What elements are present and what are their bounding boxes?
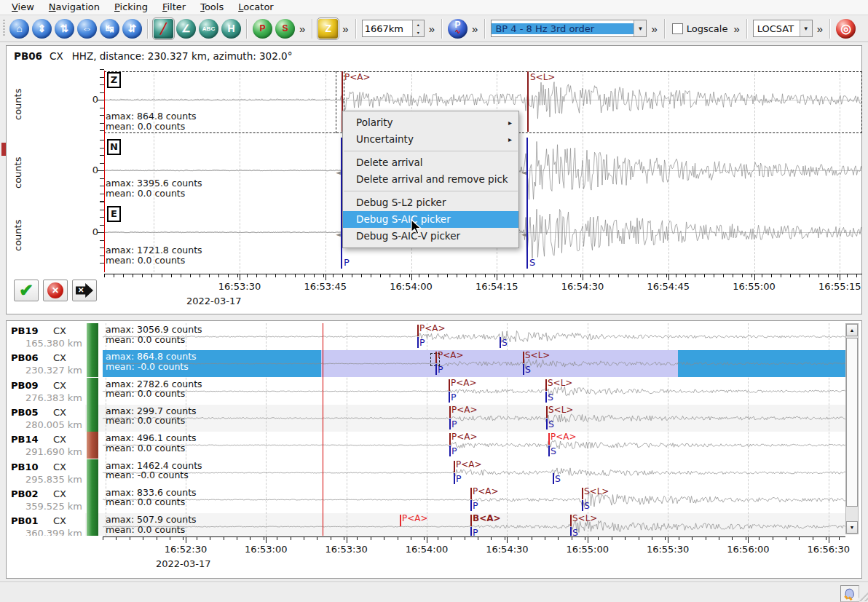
pick-line[interactable] <box>546 406 548 418</box>
menu-picking[interactable]: Picking <box>107 1 155 14</box>
pick-line[interactable] <box>449 433 451 445</box>
menu-filter[interactable]: Filter <box>155 1 193 14</box>
arrival-line[interactable] <box>523 364 524 375</box>
abc-label-icon[interactable]: ABC <box>199 19 218 39</box>
arrival-line[interactable] <box>553 473 554 484</box>
component-badge-z[interactable]: Z <box>107 72 121 88</box>
time-window-icon[interactable]: H <box>221 19 241 39</box>
ruler-icon[interactable]: ╱ <box>154 19 173 39</box>
menu-item-delete-arrival-remove-pick[interactable]: Delete arrival and remove pick <box>343 171 518 188</box>
p-wave-picker-icon[interactable]: P ∿ <box>448 19 467 39</box>
pick-line[interactable] <box>545 379 547 391</box>
arrival-line[interactable] <box>582 500 583 511</box>
component-badge-e[interactable]: E <box>107 206 121 222</box>
fit-vertical-icon[interactable]: ⇕ <box>32 19 52 39</box>
station-row-pb09[interactable]: PB09CX 276.383 km amax: 2782.6 countsmea… <box>7 378 845 405</box>
trace-zone[interactable]: amax: 1462.4 countsmean: -0.0 counts P<A… <box>103 459 845 486</box>
trace-zone[interactable]: amax: 3056.9 countsmean: 0.0 counts P<A>… <box>103 323 845 350</box>
component-z-button[interactable]: Z <box>318 19 338 39</box>
trace-zone[interactable]: amax: 864.8 countsmean: -0.0 counts P<A>… <box>103 350 845 377</box>
toolbar-overflow-chevron[interactable]: » <box>650 23 658 34</box>
toolbar-overflow-chevron[interactable]: » <box>470 23 479 34</box>
pick-line[interactable] <box>470 488 472 499</box>
toolbar-overflow-chevron[interactable]: » <box>341 23 350 34</box>
angle-icon[interactable]: ∠ <box>176 19 196 39</box>
trace-zone[interactable]: amax: 507.9 countsmean: 0.0 counts P<A>B… <box>103 513 845 536</box>
pick-line[interactable] <box>470 515 472 526</box>
toolbar-overflow-chevron[interactable]: » <box>427 23 436 34</box>
menu-navigation[interactable]: Navigation <box>42 1 107 14</box>
menu-item-debug-s-aic-picker[interactable]: Debug S-AIC picker <box>343 211 518 228</box>
menu-view[interactable]: View <box>4 1 42 14</box>
pick-line[interactable] <box>523 352 524 363</box>
arrival-line[interactable] <box>454 473 455 484</box>
trace-zone[interactable]: amax: 496.1 countsmean: 0.0 counts P<A>P… <box>103 432 845 459</box>
distance-input[interactable] <box>363 23 412 34</box>
reject-pick-button[interactable]: ✕ <box>43 280 68 301</box>
menu-item-delete-arrival[interactable]: Delete arrival <box>343 154 518 171</box>
pick-s-line[interactable] <box>527 71 529 132</box>
toolbar-overflow-chevron[interactable]: » <box>298 23 307 34</box>
menu-locator[interactable]: Locator <box>231 1 280 14</box>
arrival-line[interactable] <box>449 392 450 403</box>
locator-dropdown-arrow-icon[interactable]: ▼ <box>800 20 812 36</box>
pick-line[interactable] <box>449 379 450 391</box>
menu-item-debug-s-l2-picker[interactable]: Debug S-L2 picker <box>343 194 518 211</box>
arrival-line[interactable] <box>449 419 451 429</box>
station-row-pb02[interactable]: PB02CX 359.525 km amax: 833.6 countsmean… <box>7 486 845 513</box>
arrival-line[interactable] <box>417 337 419 348</box>
spin-up-icon[interactable]: ▴ <box>413 20 424 28</box>
toolbar-overflow-chevron[interactable]: » <box>732 23 741 34</box>
station-row-pb10[interactable]: PB10CX 295.835 km amax: 1462.4 countsmea… <box>7 459 845 486</box>
station-row-pb05[interactable]: PB05CX 280.005 km amax: 299.7 countsmean… <box>7 405 845 432</box>
locator-combobox[interactable]: LOCSAT ▼ <box>753 20 813 37</box>
toolbar-handle[interactable] <box>3 20 5 37</box>
menu-item-debug-s-aic-v-picker[interactable]: Debug S-AIC-V picker <box>343 228 518 245</box>
scrollbar-thumb[interactable] <box>846 338 858 507</box>
spin-down-icon[interactable]: ▾ <box>413 28 424 36</box>
arrival-line[interactable] <box>470 500 472 511</box>
pick-line[interactable] <box>570 515 572 526</box>
trace-zone[interactable]: amax: 2782.6 countsmean: 0.0 counts P<A>… <box>103 378 845 405</box>
trace-zone[interactable]: amax: 833.6 countsmean: 0.0 counts P<A>P… <box>103 486 845 513</box>
menu-item-uncertainty[interactable]: Uncertainty▸ <box>343 131 518 148</box>
pick-line[interactable] <box>400 515 401 526</box>
pick-p-button[interactable]: P <box>253 19 272 39</box>
pick-line[interactable] <box>435 352 437 363</box>
arrival-line[interactable] <box>449 445 451 456</box>
arrival-line[interactable] <box>470 527 472 536</box>
arrival-line[interactable] <box>435 364 437 375</box>
scroll-down-icon[interactable]: ▼ <box>846 521 858 534</box>
collapse-vertical-icon[interactable]: ⇅ <box>55 19 74 39</box>
pick-line[interactable] <box>548 433 550 445</box>
arrival-line[interactable] <box>548 445 550 456</box>
pick-line[interactable] <box>582 488 583 499</box>
component-badge-n[interactable]: N <box>107 139 121 155</box>
scroll-up-icon[interactable]: ▲ <box>846 324 858 336</box>
logscale-checkbox[interactable] <box>672 23 683 34</box>
pick-s-button[interactable]: S <box>275 19 295 39</box>
trace-zone[interactable]: amax: 299.7 countsmean: 0.0 counts P<A>P… <box>103 405 845 432</box>
accept-pick-button[interactable]: ✔ <box>14 280 39 301</box>
arrival-line[interactable] <box>546 419 548 429</box>
relocate-icon[interactable]: ◎ <box>836 19 856 39</box>
station-row-pb01[interactable]: PB01CX 360.399 km amax: 507.9 countsmean… <box>7 513 845 536</box>
normalize-amplitudes-icon[interactable]: ⇵ <box>122 19 142 39</box>
station-row-pb14[interactable]: PB14CX 291.690 km amax: 496.1 countsmean… <box>7 432 845 459</box>
station-row-pb19[interactable]: PB19CX 165.380 km amax: 3056.9 countsmea… <box>7 323 845 350</box>
arrival-s-line[interactable] <box>526 138 528 269</box>
fit-horizontal-icon[interactable]: ⇔ <box>77 19 97 39</box>
station-row-pb06-selected[interactable]: PB06CX 230.327 km amax: 864.8 countsmean… <box>7 350 845 377</box>
filter-dropdown-arrow-icon[interactable]: ▼ <box>634 20 646 36</box>
filter-combobox[interactable]: BP 4 - 8 Hz 3rd order ▼ <box>491 20 647 37</box>
arrival-line[interactable] <box>500 337 501 348</box>
arrival-line[interactable] <box>570 527 572 536</box>
pick-line[interactable] <box>454 461 455 472</box>
menu-item-polarity[interactable]: Polarity▸ <box>343 114 518 131</box>
skip-trace-button[interactable]: ✕ <box>72 280 97 301</box>
toolbar-overflow-chevron[interactable]: » <box>816 23 824 34</box>
home-icon[interactable]: ⌂ <box>9 19 29 39</box>
collapse-horizontal-icon[interactable]: ↹ <box>100 19 119 39</box>
pick-line[interactable] <box>449 406 451 418</box>
pick-line[interactable] <box>417 325 419 336</box>
